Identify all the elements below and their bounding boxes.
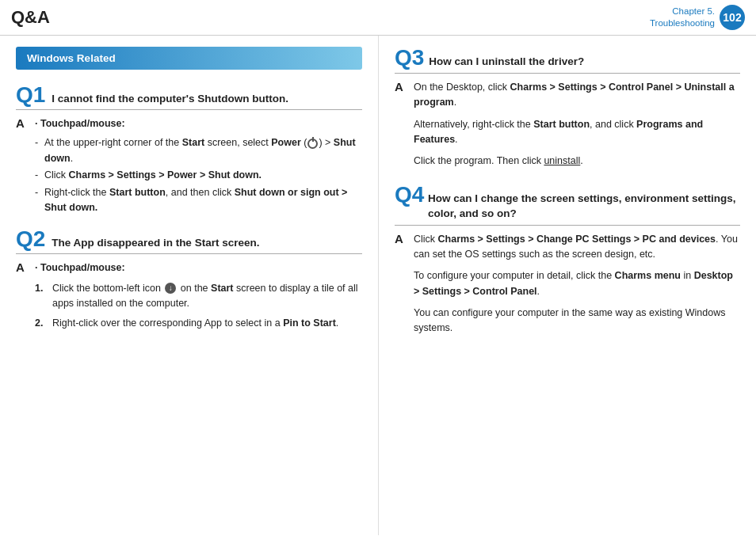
q4-a-content: Click Charms > Settings > Change PC Sett… — [414, 232, 740, 336]
q3-label: Q3 — [395, 47, 424, 69]
q1-bullet-1: - At the upper-right corner of the Start… — [35, 135, 362, 166]
q4-a-label: A — [395, 232, 409, 336]
q3-header: Q3 How can I uninstall the driver? — [395, 47, 740, 70]
q1-header: Q1 I cannot find the computer's Shutdown… — [16, 84, 362, 106]
q2-question: The App disappeared in the Start screen. — [52, 236, 259, 250]
q1-question: I cannot find the computer's Shutdown bu… — [52, 92, 288, 106]
right-column: Q3 How can I uninstall the driver? A On … — [379, 36, 756, 535]
q3-para-1: On the Desktop, click Charms > Settings … — [414, 80, 740, 111]
q1-bullet-3: - Right-click the Start button, and then… — [35, 185, 362, 216]
main-content: Windows Related Q1 I cannot find the com… — [0, 36, 756, 535]
chapter-text: Chapter 5. Troubleshooting — [650, 6, 715, 29]
q4-para-2: To configure your computer in detail, cl… — [414, 268, 740, 299]
q2-item-2: 2. Right-click over the corresponding Ap… — [35, 316, 362, 331]
page-title: Q&A — [11, 7, 50, 28]
q4-divider — [395, 225, 740, 226]
q1-touchpad-label: · Touchpad/mouse: — [35, 116, 362, 131]
q3-a-label: A — [395, 80, 409, 169]
q1-a-label: A — [16, 116, 30, 217]
q4-section: Q4 How can I change the screen settings,… — [395, 184, 740, 336]
header-right: Chapter 5. Troubleshooting 102 — [650, 5, 745, 30]
q2-touchpad-label: · Touchpad/mouse: — [35, 260, 362, 276]
q1-label: Q1 — [16, 84, 45, 106]
q3-a-content: On the Desktop, click Charms > Settings … — [414, 80, 740, 169]
q2-header: Q2 The App disappeared in the Start scre… — [16, 228, 362, 250]
page-header: Q&A Chapter 5. Troubleshooting 102 — [0, 0, 756, 36]
q4-question: How can I change the screen settings, en… — [428, 192, 740, 222]
q1-section: Q1 I cannot find the computer's Shutdown… — [16, 84, 362, 217]
q2-label: Q2 — [16, 228, 45, 250]
q1-answer: A · Touchpad/mouse: - At the upper-right… — [16, 116, 362, 217]
q2-numbered-list: 1. Click the bottom-left icon ↓ on the S… — [35, 281, 362, 332]
left-column: Windows Related Q1 I cannot find the com… — [0, 36, 379, 535]
page-number-badge: 102 — [720, 5, 745, 30]
q2-section: Q2 The App disappeared in the Start scre… — [16, 228, 362, 336]
q4-para-3: You can configure your computer in the s… — [414, 306, 740, 336]
q2-divider — [16, 253, 362, 254]
q2-answer: A · Touchpad/mouse: 1. Click the bottom-… — [16, 260, 362, 336]
q1-divider — [16, 109, 362, 110]
q3-answer: A On the Desktop, click Charms > Setting… — [395, 80, 740, 169]
q4-answer: A Click Charms > Settings > Change PC Se… — [395, 232, 740, 336]
q4-header: Q4 How can I change the screen settings,… — [395, 184, 740, 222]
q3-question: How can I uninstall the driver? — [429, 55, 584, 70]
q1-a-content: · Touchpad/mouse: - At the upper-right c… — [35, 116, 362, 217]
q2-item-1: 1. Click the bottom-left icon ↓ on the S… — [35, 281, 362, 312]
windows-related-banner: Windows Related — [16, 47, 362, 70]
q4-para-1: Click Charms > Settings > Change PC Sett… — [414, 232, 740, 263]
q3-section: Q3 How can I uninstall the driver? A On … — [395, 47, 740, 169]
q4-label: Q4 — [395, 184, 423, 206]
q3-divider — [395, 73, 740, 74]
q2-a-content: · Touchpad/mouse: 1. Click the bottom-le… — [35, 260, 362, 336]
q2-a-label: A — [16, 260, 30, 336]
q3-para-3: Click the program. Then click uninstall. — [414, 154, 740, 169]
q3-para-2: Alternatively, right-click the Start but… — [414, 117, 740, 148]
q1-bullet-2: - Click Charms > Settings > Power > Shut… — [35, 168, 362, 183]
